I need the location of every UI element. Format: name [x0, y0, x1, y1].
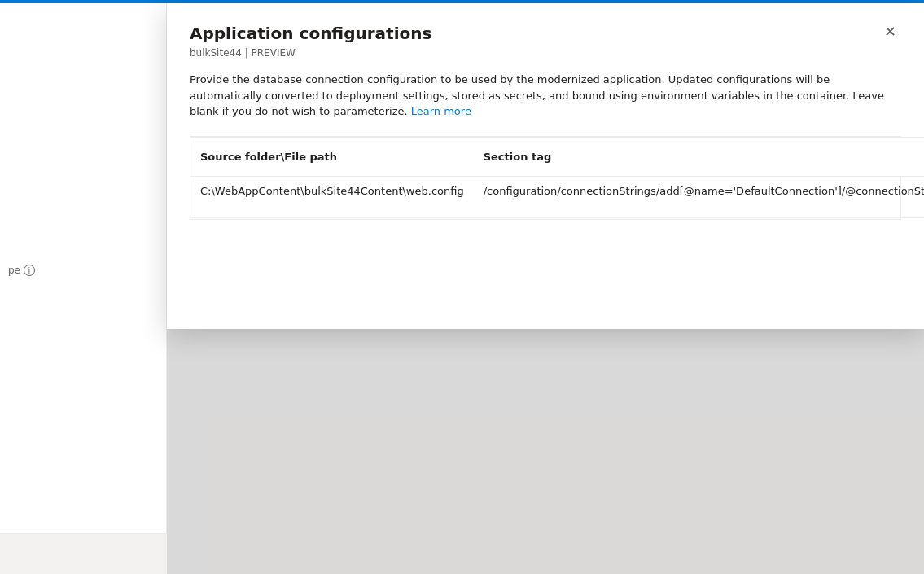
close-button[interactable]: ✕	[879, 23, 901, 41]
modal-panel: Application configurations ✕ bulkSite44 …	[167, 3, 924, 329]
sidebar-label: pe i	[8, 265, 35, 276]
table-header-row: Source folder\File path Section tag Attr…	[190, 138, 924, 177]
sidebar-label-text: pe	[8, 265, 20, 276]
subtitle-app: bulkSite44	[190, 47, 242, 59]
col-header-section: Section tag	[474, 138, 924, 177]
config-table-wrapper: Source folder\File path Section tag Attr…	[190, 136, 901, 220]
modal-subtitle: bulkSite44 | PREVIEW	[190, 47, 901, 59]
cell-source: C:\WebAppContent\bulkSite44Content\web.c…	[190, 177, 474, 218]
subtitle-badge: PREVIEW	[252, 47, 296, 59]
description-text: Provide the database connection configur…	[190, 72, 901, 120]
modal-title: Application configurations	[190, 23, 431, 44]
subtitle-separator: |	[245, 47, 252, 59]
table-row: C:\WebAppContent\bulkSite44Content\web.c…	[190, 177, 924, 218]
col-header-source: Source folder\File path	[190, 138, 474, 177]
config-table: Source folder\File path Section tag Attr…	[190, 137, 924, 219]
description-main: Provide the database connection configur…	[190, 73, 884, 117]
learn-more-link[interactable]: Learn more	[411, 105, 471, 117]
source-value: C:\WebAppContent\bulkSite44Content\web.c…	[200, 185, 464, 197]
modal-header: Application configurations ✕	[190, 23, 901, 44]
sidebar-background	[0, 3, 167, 574]
section-value: /configuration/connectionStrings/add[@na…	[484, 185, 924, 197]
cell-section: /configuration/connectionStrings/add[@na…	[474, 177, 924, 218]
sidebar-bottom-bar	[0, 533, 167, 574]
info-icon[interactable]: i	[24, 265, 35, 276]
modal-overlay: Application configurations ✕ bulkSite44 …	[167, 3, 924, 574]
